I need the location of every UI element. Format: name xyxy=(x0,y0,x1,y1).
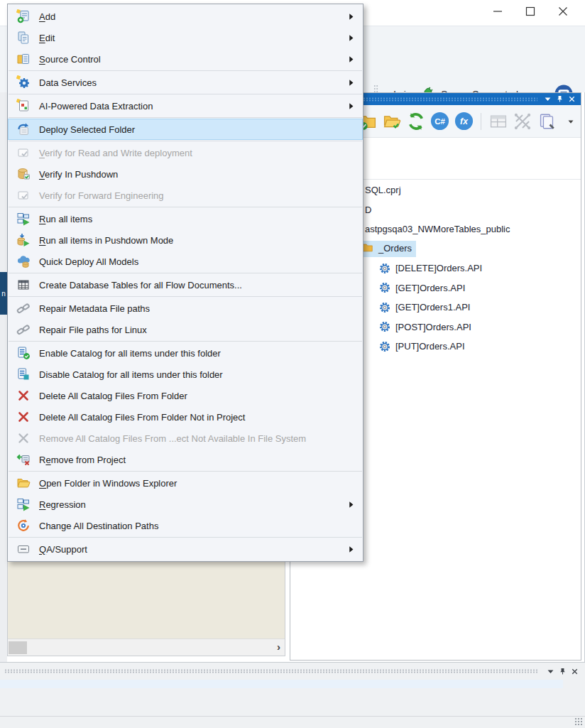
menu-item-label: Data Services xyxy=(39,77,347,88)
menu-item-ai-powered-data-extraction[interactable]: AI-Powered Data Extraction xyxy=(8,95,363,116)
api-gear-icon xyxy=(378,320,391,333)
gearspark-icon xyxy=(8,75,39,89)
menu-item-label: Disable Catalog for all items under this… xyxy=(39,369,347,380)
submenu-arrow-icon xyxy=(347,500,363,509)
application-window: admin Server Connected n › C#fx SQL.cprj… xyxy=(0,0,585,728)
minimize-button[interactable] xyxy=(481,0,514,26)
menu-item-repair-file-paths-for-linux[interactable]: Repair File paths for Linux xyxy=(8,319,363,340)
menu-item-run-all-items-in-pushdown-mode[interactable]: Run all items in Pushdown Mode xyxy=(8,229,363,251)
bottom-panel-header[interactable] xyxy=(0,665,585,677)
redx-icon xyxy=(8,389,39,403)
panel-close-button[interactable] xyxy=(569,667,581,676)
menu-item-verify-in-pushdown[interactable]: Verify In Pushdown xyxy=(8,163,363,185)
left-dock-tab[interactable]: n xyxy=(0,272,7,315)
menu-item-label: AI-Powered Data Extraction xyxy=(39,101,347,112)
menu-item-label: Open Folder in Windows Explorer xyxy=(39,478,347,489)
menu-item-label: Delete All Catalog Files From Folder Not… xyxy=(39,412,347,423)
dbcheck-icon xyxy=(8,167,39,181)
menu-item-change-all-destination-paths[interactable]: Change All Destination Paths xyxy=(8,515,363,536)
bottom-panel-divider xyxy=(0,716,585,717)
catoff-icon xyxy=(8,367,39,381)
verify-icon xyxy=(8,146,39,160)
api-gear-icon xyxy=(378,340,391,353)
tree-item-label: astpgsqa03_NWMoreTables_public xyxy=(365,224,510,234)
submenu-arrow-icon xyxy=(347,102,363,111)
clouddb-icon xyxy=(8,254,39,268)
menu-item-create-database-tables-for-all-flow-docu[interactable]: Create Database Tables for all Flow Docu… xyxy=(8,274,363,295)
menu-item-run-all-items[interactable]: Run all items xyxy=(8,208,363,229)
menu-item-delete-all-catalog-files-from-folder[interactable]: Delete All Catalog Files From Folder xyxy=(8,385,363,406)
menu-item-label: Repair File paths for Linux xyxy=(39,325,347,335)
menu-item-add[interactable]: Add xyxy=(8,6,363,27)
menu-separator xyxy=(9,117,362,118)
toolbar-dropdown-caret[interactable] xyxy=(561,112,580,131)
menu-item-source-control[interactable]: Source Control xyxy=(8,48,363,70)
svg-text:fx: fx xyxy=(460,116,469,126)
context-menu: AddEditSource ControlData ServicesAI-Pow… xyxy=(7,4,363,562)
menu-item-label: Edit xyxy=(39,33,347,43)
grayx-icon xyxy=(8,431,39,445)
csharp-convert-button[interactable]: C# xyxy=(430,112,449,131)
submenu-arrow-icon xyxy=(347,33,363,43)
changepaths-icon xyxy=(8,518,39,533)
table-icon xyxy=(8,278,39,292)
lineage-view-button[interactable] xyxy=(513,112,532,131)
api-gear-icon xyxy=(378,281,391,294)
link-icon xyxy=(8,322,39,337)
verify-icon xyxy=(8,188,39,202)
tree-item-label: [GET]Orders.API xyxy=(395,283,465,293)
menu-item-remove-from-project[interactable]: Remove from Project xyxy=(8,449,363,470)
tree-item-label: [PUT]Orders.API xyxy=(395,341,465,352)
maximize-button[interactable] xyxy=(514,0,547,26)
menu-item-label: Source Control xyxy=(39,54,347,65)
menu-item-label: Verify for Forward Engineering xyxy=(39,190,347,201)
left-dock-strip: n xyxy=(0,92,7,662)
maximize-icon xyxy=(523,4,537,21)
open-folder-check-button[interactable] xyxy=(382,112,401,131)
menu-item-label: Verify for Read and Write deployment xyxy=(39,148,347,158)
menu-item-regression[interactable]: Regression xyxy=(8,494,363,515)
menu-item-deploy-selected-folder[interactable]: Deploy Selected Folder xyxy=(8,119,363,140)
menu-separator xyxy=(9,94,362,94)
menu-item-open-folder-in-windows-explorer[interactable]: Open Folder in Windows Explorer xyxy=(8,472,363,494)
copy-docs-button[interactable] xyxy=(537,112,556,131)
window-resize-grip[interactable] xyxy=(574,717,583,726)
window-controls xyxy=(481,0,579,26)
source-icon xyxy=(8,52,39,66)
menu-item-label: Run all items xyxy=(39,214,347,224)
menu-separator xyxy=(9,207,362,207)
menu-item-qa-support[interactable]: QA/Support xyxy=(8,538,363,560)
menu-item-label: Regression xyxy=(39,499,347,510)
fx-convert-button[interactable]: fx xyxy=(454,112,474,131)
menu-item-label: Deploy Selected Folder xyxy=(39,124,347,135)
tree-item-label: [DELETE]Orders.API xyxy=(395,263,482,273)
scrollbar-thumb[interactable] xyxy=(9,641,27,654)
menu-item-disable-catalog-for-all-items-under-this[interactable]: Disable Catalog for all items under this… xyxy=(8,364,363,385)
refresh-button[interactable] xyxy=(406,112,425,131)
menu-item-enable-catalog-for-all-items-under-this-[interactable]: Enable Catalog for all items under this … xyxy=(8,342,363,364)
panel-close-button[interactable] xyxy=(566,94,578,104)
qa-icon xyxy=(8,542,39,556)
panel-collapse-button[interactable] xyxy=(545,667,557,676)
copy-icon xyxy=(8,31,39,45)
grid-view-button[interactable] xyxy=(488,112,508,131)
menu-item-label: Repair Metadata File paths xyxy=(39,303,347,314)
tree-item-label: [GET]Orders1.API xyxy=(395,302,470,313)
menu-item-verify-for-read-and-write-deployment: Verify for Read and Write deployment xyxy=(8,142,363,163)
close-button[interactable] xyxy=(547,0,579,26)
panel-pin-button[interactable] xyxy=(557,667,569,676)
horizontal-scrollbar[interactable]: › xyxy=(8,639,285,656)
run-icon xyxy=(8,497,39,511)
panel-pin-button[interactable] xyxy=(554,94,566,104)
menu-item-repair-metadata-file-paths[interactable]: Repair Metadata File paths xyxy=(8,298,363,319)
bottom-dock-panel xyxy=(0,662,585,728)
add-icon xyxy=(8,9,39,23)
menu-item-quick-deploy-all-models[interactable]: Quick Deploy All Models xyxy=(8,251,363,272)
menu-item-delete-all-catalog-files-from-folder-not[interactable]: Delete All Catalog Files From Folder Not… xyxy=(8,406,363,428)
panel-collapse-button[interactable] xyxy=(542,94,554,104)
menu-item-data-services[interactable]: Data Services xyxy=(8,72,363,93)
scrollbar-right-arrow[interactable]: › xyxy=(277,641,280,653)
menu-item-edit[interactable]: Edit xyxy=(8,27,363,48)
menu-item-label: Enable Catalog for all items under this … xyxy=(39,348,347,359)
menu-item-label: Verify In Pushdown xyxy=(39,169,347,180)
